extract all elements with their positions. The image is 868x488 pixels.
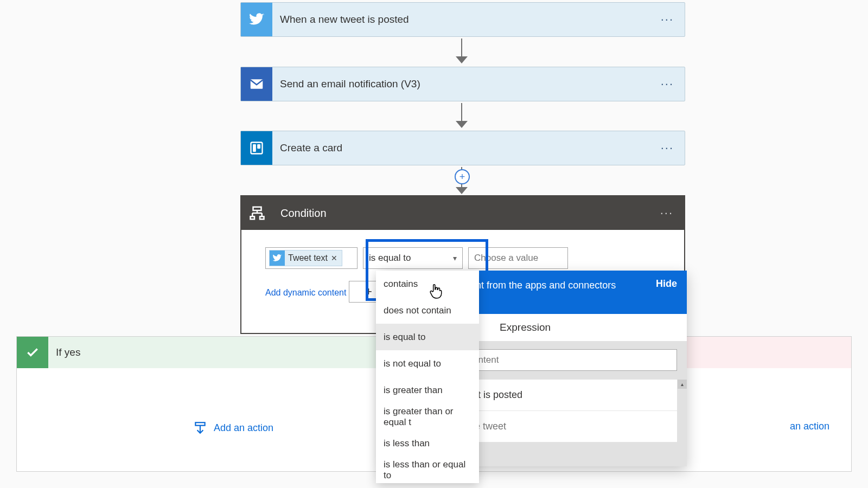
action-email-card[interactable]: Send an email notification (V3) ··· [240,67,685,101]
add-action-no[interactable]: an action [790,421,829,432]
svg-rect-4 [195,422,205,425]
tweet-text-token[interactable]: Tweet text ✕ [269,250,342,266]
trello-icon [241,131,272,165]
dyn-header-text: ent from the apps and connectors [470,280,616,291]
flow-designer-canvas: When a new tweet is posted ··· Send an e… [0,0,868,488]
svg-rect-1 [251,143,263,154]
operator-option-is-not-equal-to[interactable]: is not equal to [376,350,479,377]
operator-dropdown: contains does not contain is equal to is… [376,271,479,483]
more-menu-icon[interactable]: ··· [650,141,685,155]
operator-option-is-equal-to[interactable]: is equal to [376,324,479,350]
connector-arrow [461,103,462,122]
operator-option-contains[interactable]: contains [376,271,479,297]
more-menu-icon[interactable]: ··· [650,77,685,91]
connector-arrow [461,38,462,57]
add-action-label: Add an action [214,422,273,434]
if-yes-label: If yes [56,346,80,358]
operator-selected-label: is equal to [369,253,411,264]
value-placeholder: Choose a value [474,253,538,264]
condition-icon [241,196,273,230]
arrow-down-icon [456,187,468,194]
svg-rect-2 [253,144,256,152]
add-dynamic-content-link[interactable]: Add dynamic content [265,288,346,298]
action-trello-label: Create a card [272,142,650,154]
svg-rect-11 [251,216,255,219]
trigger-twitter-card[interactable]: When a new tweet is posted ··· [240,2,685,37]
svg-rect-12 [260,216,264,219]
left-value-field[interactable]: Tweet text ✕ [265,247,358,269]
condition-title: Condition [273,207,649,220]
right-value-input[interactable]: Choose a value [468,247,568,269]
operator-option-is-less-than-or-equal[interactable]: is less than or equal to [376,457,479,483]
add-action-label-partial: an action [790,421,829,432]
twitter-icon [270,251,285,266]
operator-option-is-greater-than-or-equal[interactable]: is greater than or equal t [376,403,479,430]
add-step-button[interactable]: + [455,169,470,184]
add-action-yes[interactable]: Add an action [193,421,273,435]
more-menu-icon[interactable]: ··· [650,12,685,27]
plus-icon: + [365,285,372,299]
arrow-down-icon [456,121,468,128]
remove-token-icon[interactable]: ✕ [331,254,337,262]
svg-rect-3 [257,144,260,149]
operator-option-is-less-than[interactable]: is less than [376,430,479,457]
tab-expression[interactable]: Expression [500,322,551,341]
token-name: Tweet text [288,253,328,263]
more-menu-icon[interactable]: ··· [649,206,684,220]
operator-option-is-greater-than[interactable]: is greater than [376,377,479,403]
scroll-up-icon[interactable]: ▴ [678,380,687,389]
action-trello-card[interactable]: Create a card ··· [240,131,685,165]
chevron-down-icon: ▾ [453,254,457,262]
hide-button[interactable]: Hide [656,278,677,290]
operator-select[interactable]: is equal to ▾ [363,247,463,269]
condition-header[interactable]: Condition ··· [241,196,684,230]
action-email-label: Send an email notification (V3) [272,78,650,90]
operator-option-does-not-contain[interactable]: does not contain [376,297,479,324]
mail-icon [241,67,272,101]
trigger-label: When a new tweet is posted [272,14,650,25]
check-icon [17,337,48,368]
twitter-icon [241,3,272,36]
svg-rect-6 [253,207,261,210]
arrow-down-icon [456,56,468,63]
